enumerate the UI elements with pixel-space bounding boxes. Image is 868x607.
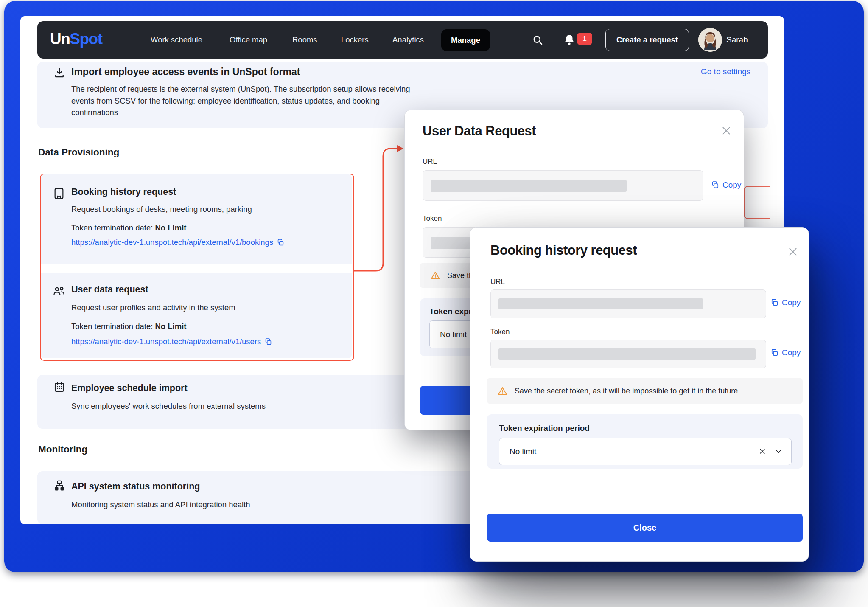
- warning-icon: [430, 270, 440, 281]
- nav-item-work-schedule[interactable]: Work schedule: [151, 35, 202, 45]
- redacted-token-value: [498, 348, 756, 360]
- token-expiration-section: Token expiration period No limit: [487, 414, 803, 469]
- employee-schedule-title: Employee schedule import: [71, 383, 188, 393]
- url-input[interactable]: [490, 289, 766, 318]
- expiration-select[interactable]: No limit: [499, 438, 792, 465]
- booking-token-termination: Token termination date: No Limit: [71, 223, 186, 233]
- import-section-title: Import employee access events in UnSpot …: [71, 66, 300, 78]
- copy-label: Copy: [722, 180, 741, 190]
- chevron-down-icon[interactable]: [774, 448, 783, 455]
- nav-item-analytics[interactable]: Analytics: [392, 35, 424, 45]
- copy-icon: [711, 181, 720, 189]
- notification-bell-icon[interactable]: [563, 33, 576, 47]
- token-warning: Save the secret token, as it will be imp…: [487, 378, 803, 404]
- user-request-title: User data request: [71, 284, 148, 295]
- booking-token-value: No Limit: [155, 223, 186, 232]
- api-monitoring-description: Monitoring system status and API integra…: [71, 500, 250, 509]
- logo-spot: Spot: [70, 30, 102, 48]
- api-monitoring-title: API system status monitoring: [71, 481, 200, 492]
- modal-title: Booking history request: [490, 243, 637, 258]
- token-label: Token: [423, 214, 442, 223]
- warning-icon: [497, 386, 508, 396]
- create-request-button[interactable]: Create a request: [605, 29, 689, 51]
- booking-request-description: Request bookings of desks, meeting rooms…: [71, 205, 252, 214]
- nav-item-rooms[interactable]: Rooms: [292, 35, 317, 45]
- close-icon[interactable]: [721, 125, 732, 136]
- expiration-value: No limit: [510, 447, 536, 456]
- user-token-termination: Token termination date: No Limit: [71, 322, 186, 331]
- nav-item-lockers[interactable]: Lockers: [341, 35, 369, 45]
- user-url-text: https://analytic-dev-1.unspot.tech/api/e…: [71, 337, 261, 346]
- booking-history-request-modal: Booking history request URL Copy Token C…: [470, 227, 809, 562]
- user-request-description: Request user profiles and activity in th…: [71, 303, 235, 312]
- expiration-value: No limit: [440, 330, 467, 339]
- nav-item-manage-active[interactable]: Manage: [441, 29, 490, 51]
- copy-icon[interactable]: [264, 338, 272, 346]
- copy-icon: [770, 348, 779, 357]
- close-button[interactable]: Close: [487, 514, 803, 542]
- go-to-settings-link[interactable]: Go to settings: [701, 67, 750, 76]
- redacted-url-value: [431, 180, 627, 192]
- logo-un: Un: [50, 30, 70, 48]
- copy-label: Copy: [782, 348, 801, 357]
- download-icon: [53, 67, 65, 79]
- search-icon[interactable]: [532, 34, 543, 46]
- booking-request-title: Booking history request: [71, 187, 176, 197]
- redacted-url-value: [498, 298, 703, 309]
- import-section-description: The recipient of requests is the externa…: [71, 83, 416, 118]
- copy-icon[interactable]: [277, 239, 285, 247]
- notification-count-badge: 1: [577, 33, 592, 45]
- token-label: Token: [490, 328, 510, 336]
- users-icon: [53, 285, 65, 297]
- user-url-link[interactable]: https://analytic-dev-1.unspot.tech/api/e…: [71, 337, 272, 346]
- clear-selection-icon[interactable]: [758, 447, 767, 455]
- url-label: URL: [423, 157, 437, 166]
- close-icon[interactable]: [787, 246, 798, 257]
- copy-icon: [770, 298, 779, 307]
- copy-token-button[interactable]: Copy: [770, 348, 801, 357]
- booking-token-label: Token termination date:: [71, 223, 153, 232]
- user-token-value: No Limit: [155, 322, 186, 331]
- sitemap-icon: [53, 480, 65, 492]
- warning-text: Save the secret token, as it will be imp…: [515, 387, 738, 396]
- copy-url-button[interactable]: Copy: [711, 180, 741, 190]
- url-label: URL: [490, 278, 505, 286]
- calendar-icon: [53, 381, 65, 393]
- copy-url-button[interactable]: Copy: [770, 298, 801, 307]
- employee-schedule-description: Sync employees' work schedules from exte…: [71, 402, 266, 411]
- connector-arrow: [348, 140, 412, 280]
- data-provisioning-heading: Data Provisioning: [38, 147, 119, 158]
- unspot-logo[interactable]: UnSpot: [50, 30, 102, 48]
- modal-title: User Data Request: [423, 124, 536, 139]
- journal-bookmark-icon: [53, 188, 64, 200]
- booking-url-text: https://analytic-dev-1.unspot.tech/api/e…: [71, 238, 273, 247]
- expiration-label: Token expiration period: [499, 424, 590, 433]
- hidden-card-fragment: [744, 186, 770, 219]
- nav-item-office-map[interactable]: Office map: [230, 35, 267, 45]
- token-input[interactable]: [490, 340, 766, 368]
- user-name: Sarah: [726, 35, 748, 45]
- copy-label: Copy: [782, 298, 801, 307]
- screenshot-canvas: UnSpot Work schedule Office map Rooms Lo…: [0, 0, 868, 607]
- url-input[interactable]: [423, 170, 703, 201]
- monitoring-heading: Monitoring: [38, 444, 87, 455]
- user-token-label: Token termination date:: [71, 322, 153, 331]
- booking-url-link[interactable]: https://analytic-dev-1.unspot.tech/api/e…: [71, 238, 285, 247]
- user-avatar[interactable]: [698, 28, 722, 52]
